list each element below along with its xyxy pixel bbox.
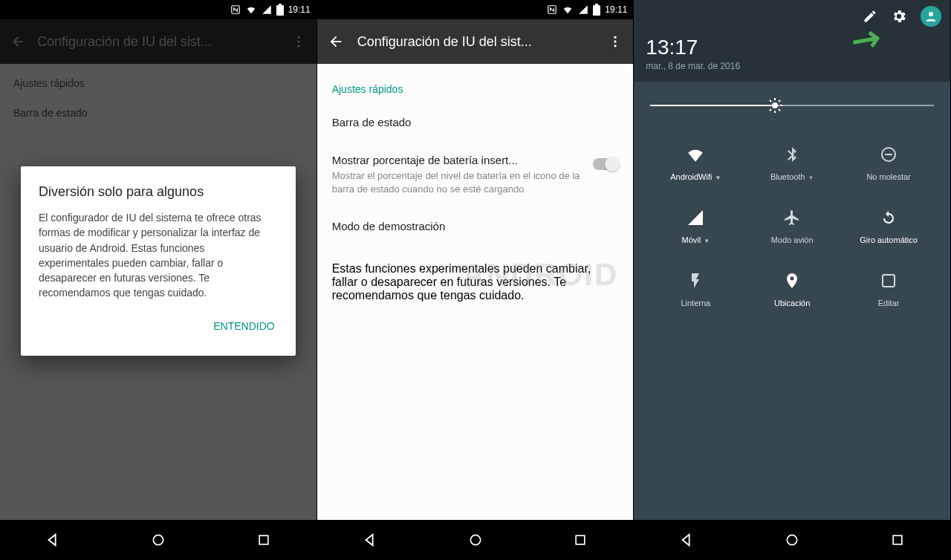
svg-point-11 (614, 36, 617, 39)
toggle-switch[interactable] (593, 158, 618, 170)
brightness-slider[interactable] (650, 95, 934, 116)
svg-rect-9 (593, 5, 600, 16)
rotate-icon (878, 207, 899, 228)
back-icon[interactable] (328, 33, 344, 50)
cell-icon (578, 4, 588, 15)
nav-back-button[interactable] (30, 525, 75, 555)
svg-point-3 (297, 36, 299, 39)
nav-recent-button[interactable] (875, 525, 920, 555)
flash-icon (685, 270, 706, 291)
wifi-icon (685, 144, 706, 165)
qs-datetime: 13:17 mar., 8 de mar. de 2016 (634, 33, 950, 82)
status-time: 19:11 (288, 4, 311, 15)
bluetooth-icon (782, 144, 802, 165)
qs-header-row (634, 0, 950, 33)
item-subtitle: Mostrar el porcentaje del nivel de bater… (332, 169, 619, 196)
section-header: Barra de estado (13, 107, 303, 119)
qs-panel: AndroidWifi▼Bluetooth▼No molestarMóvil▼M… (634, 82, 950, 520)
app-bar: Configuración de IU del sist... (317, 19, 634, 64)
section-status-bar[interactable]: Barra de estado (332, 101, 619, 143)
qs-tile-airplane[interactable]: Modo avión (747, 198, 837, 254)
svg-rect-1 (276, 5, 284, 16)
section-header: Ajustes rápidos (13, 77, 303, 89)
section-quick-settings[interactable]: Ajustes rápidos (332, 71, 619, 101)
svg-point-4 (297, 40, 299, 42)
qs-tile-edit-tile[interactable]: Editar (843, 261, 934, 317)
tile-label: Modo avión (771, 235, 814, 245)
svg-rect-28 (883, 275, 895, 287)
svg-line-24 (770, 109, 771, 111)
status-bar: 19:11 (0, 0, 317, 19)
svg-line-23 (779, 109, 780, 111)
cell-icon (685, 207, 706, 228)
nav-home-button[interactable] (770, 525, 814, 555)
battery-icon (593, 4, 600, 16)
user-avatar[interactable] (921, 6, 941, 27)
phone-1: 19:11 Configuración de IU del sist... Aj… (0, 0, 317, 560)
nav-back-button[interactable] (664, 525, 709, 555)
svg-rect-2 (279, 4, 282, 5)
svg-point-6 (153, 535, 163, 544)
dialog-ok-button[interactable]: Entendido (210, 314, 277, 338)
nav-bar (317, 520, 634, 560)
svg-line-22 (770, 100, 771, 102)
app-bar: Configuración de IU del sist... (0, 19, 317, 64)
tile-label: Giro automático (860, 235, 918, 245)
svg-rect-7 (259, 535, 268, 544)
svg-point-13 (614, 45, 617, 47)
svg-point-17 (772, 102, 778, 108)
nav-recent-button[interactable] (241, 525, 286, 555)
qs-tile-bluetooth[interactable]: Bluetooth▼ (747, 135, 837, 191)
wifi-icon (562, 4, 574, 15)
qs-tiles-grid: AndroidWifi▼Bluetooth▼No molestarMóvil▼M… (650, 135, 934, 318)
nav-back-button[interactable] (348, 525, 392, 555)
overflow-icon[interactable] (608, 34, 623, 49)
nfc-icon (547, 4, 557, 15)
item-demo-mode[interactable]: Modo de demostración (332, 209, 619, 249)
dialog-body: El configurador de IU del sistema te ofr… (39, 210, 278, 301)
screen-body: Configuración de IU del sist... Ajustes … (317, 19, 634, 520)
qs-date: mar., 8 de mar. de 2016 (646, 61, 938, 71)
settings-icon[interactable] (891, 8, 907, 25)
svg-point-14 (470, 535, 480, 544)
svg-rect-15 (577, 535, 585, 544)
tile-label: Linterna (681, 299, 710, 308)
item-battery-percent[interactable]: Mostrar porcentaje de batería insert... … (332, 143, 619, 209)
nav-bar (0, 520, 317, 560)
svg-point-12 (614, 40, 617, 42)
footer-text: Estas funciones experimentales pueden ca… (332, 249, 619, 302)
svg-line-25 (779, 100, 780, 102)
nav-home-button[interactable] (453, 525, 498, 555)
qs-tile-location[interactable]: Ubicación (747, 261, 837, 317)
overflow-icon[interactable] (291, 34, 306, 49)
nav-home-button[interactable] (136, 525, 181, 555)
qs-time: 13:17 (646, 36, 938, 59)
qs-tile-rotate[interactable]: Giro automático (843, 198, 934, 254)
back-icon[interactable] (10, 34, 25, 49)
svg-point-5 (297, 45, 299, 47)
tile-label: Bluetooth▼ (770, 172, 814, 182)
status-time: 19:11 (605, 4, 627, 15)
svg-rect-10 (595, 4, 598, 5)
qs-tile-wifi[interactable]: AndroidWifi▼ (650, 135, 741, 191)
nav-bar (634, 520, 950, 560)
location-icon (782, 270, 802, 291)
status-bar: 19:11 (317, 0, 634, 19)
screen-body: Configuración de IU del sist... Ajustes … (0, 19, 317, 520)
tile-label: Editar (878, 299, 900, 308)
page-title: Configuración de IU del sist... (37, 34, 212, 50)
phone-2: 19:11 Configuración de IU del sist... Aj… (317, 0, 634, 560)
battery-icon (276, 4, 284, 16)
dialog-title: Diversión solo para algunos (39, 184, 278, 200)
qs-tile-cell[interactable]: Móvil▼ (650, 198, 741, 254)
nav-recent-button[interactable] (558, 525, 603, 555)
tile-label: AndroidWifi▼ (670, 172, 721, 182)
qs-tile-dnd[interactable]: No molestar (843, 135, 934, 191)
dnd-icon (878, 144, 899, 165)
edit-tile-icon (878, 270, 899, 291)
brightness-icon (766, 97, 784, 114)
item-title: Modo de demostración (332, 220, 619, 232)
warning-dialog: Diversión solo para algunos El configura… (21, 166, 296, 356)
qs-tile-flash[interactable]: Linterna (650, 261, 741, 317)
airplane-icon (782, 207, 802, 228)
